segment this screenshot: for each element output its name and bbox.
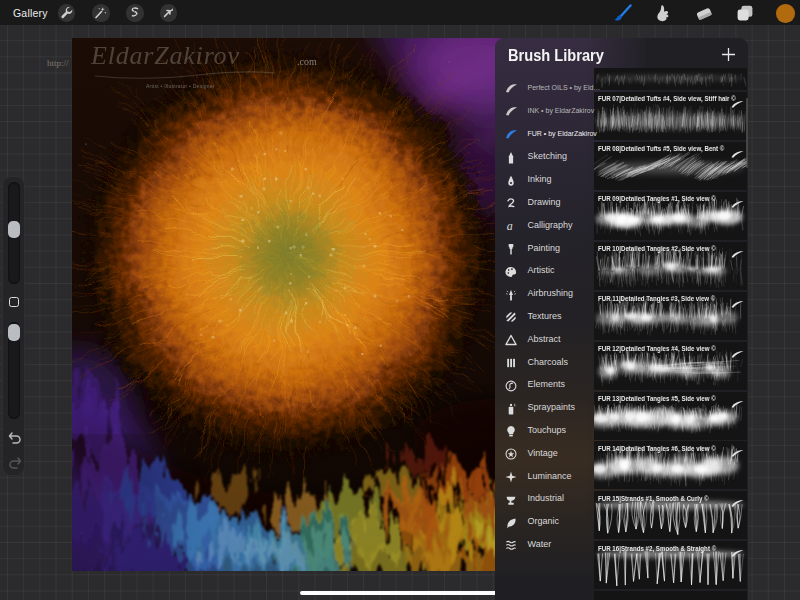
svg-text:a: a (506, 220, 512, 232)
